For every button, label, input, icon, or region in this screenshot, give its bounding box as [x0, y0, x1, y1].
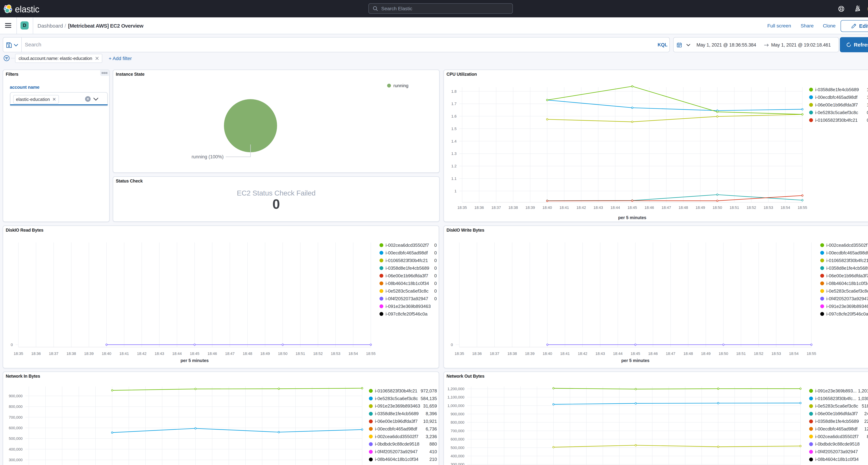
svg-text:18:35: 18:35	[455, 351, 464, 356]
svg-text:18:54: 18:54	[789, 351, 799, 356]
svg-text:running (100%): running (100%)	[191, 154, 224, 159]
svg-text:18:40: 18:40	[542, 206, 552, 210]
svg-text:400,000: 400,000	[9, 447, 23, 452]
svg-text:1.7: 1.7	[451, 101, 457, 106]
svg-text:18:43: 18:43	[155, 351, 164, 356]
svg-text:1,000,000: 1,000,000	[447, 404, 464, 408]
svg-text:1.5: 1.5	[451, 127, 457, 131]
svg-text:18:54: 18:54	[348, 351, 358, 356]
svg-text:running: running	[393, 83, 408, 88]
svg-text:18:47: 18:47	[666, 351, 675, 356]
svg-text:18:44: 18:44	[172, 351, 182, 356]
svg-text:18:49: 18:49	[701, 351, 711, 356]
svg-text:300,000: 300,000	[451, 462, 464, 465]
svg-text:0: 0	[451, 343, 453, 347]
svg-text:18:41: 18:41	[119, 351, 129, 356]
svg-text:18:55: 18:55	[366, 351, 375, 356]
svg-text:18:39: 18:39	[84, 351, 94, 356]
svg-text:800,000: 800,000	[9, 404, 23, 409]
svg-text:900,000: 900,000	[451, 412, 464, 416]
svg-text:18:39: 18:39	[525, 351, 534, 356]
svg-text:18:42: 18:42	[576, 206, 586, 210]
svg-text:18:37: 18:37	[491, 206, 501, 210]
svg-text:18:54: 18:54	[780, 206, 790, 210]
svg-text:1.4: 1.4	[451, 139, 457, 144]
svg-text:18:53: 18:53	[331, 351, 340, 356]
svg-text:1.1: 1.1	[451, 177, 457, 181]
svg-text:300,000: 300,000	[9, 458, 23, 462]
svg-text:1: 1	[455, 189, 457, 193]
svg-text:18:38: 18:38	[508, 206, 518, 210]
svg-text:18:46: 18:46	[644, 206, 654, 210]
svg-text:18:39: 18:39	[525, 206, 535, 210]
svg-text:400,000: 400,000	[451, 454, 464, 458]
svg-text:per 5 minutes: per 5 minutes	[181, 358, 209, 363]
svg-text:600,000: 600,000	[451, 437, 464, 441]
svg-text:500,000: 500,000	[9, 436, 23, 441]
svg-text:1.2: 1.2	[451, 164, 457, 168]
svg-text:18:36: 18:36	[474, 206, 484, 210]
svg-text:18:45: 18:45	[630, 351, 640, 356]
svg-text:18:42: 18:42	[137, 351, 147, 356]
svg-text:0: 0	[11, 343, 13, 347]
svg-text:1,200,000: 1,200,000	[447, 387, 464, 391]
svg-text:18:40: 18:40	[542, 351, 552, 356]
svg-text:18:48: 18:48	[678, 206, 688, 210]
svg-text:18:38: 18:38	[507, 351, 517, 356]
svg-text:18:44: 18:44	[613, 351, 623, 356]
svg-text:18:49: 18:49	[260, 351, 270, 356]
svg-text:18:52: 18:52	[313, 351, 323, 356]
svg-text:18:48: 18:48	[243, 351, 252, 356]
svg-text:18:41: 18:41	[559, 206, 569, 210]
svg-text:18:35: 18:35	[457, 206, 467, 210]
svg-text:18:38: 18:38	[66, 351, 76, 356]
svg-text:18:51: 18:51	[736, 351, 746, 356]
svg-text:18:37: 18:37	[49, 351, 58, 356]
svg-text:18:42: 18:42	[578, 351, 587, 356]
svg-text:18:37: 18:37	[490, 351, 499, 356]
svg-text:18:46: 18:46	[208, 351, 217, 356]
svg-text:18:40: 18:40	[102, 351, 111, 356]
svg-text:18:46: 18:46	[648, 351, 658, 356]
svg-text:800,000: 800,000	[451, 420, 464, 425]
svg-text:18:45: 18:45	[190, 351, 199, 356]
svg-text:700,000: 700,000	[451, 429, 464, 433]
svg-text:1.6: 1.6	[451, 114, 457, 118]
svg-text:900,000: 900,000	[9, 394, 23, 398]
svg-text:18:35: 18:35	[13, 351, 23, 356]
svg-text:18:44: 18:44	[610, 206, 620, 210]
svg-text:500,000: 500,000	[451, 445, 464, 450]
svg-text:18:55: 18:55	[798, 206, 807, 210]
svg-text:18:49: 18:49	[695, 206, 705, 210]
svg-text:18:50: 18:50	[278, 351, 287, 356]
svg-text:per 5 minutes: per 5 minutes	[618, 215, 647, 220]
svg-text:18:50: 18:50	[718, 351, 728, 356]
svg-text:18:43: 18:43	[593, 206, 603, 210]
svg-text:18:47: 18:47	[661, 206, 671, 210]
svg-text:18:51: 18:51	[730, 206, 739, 210]
svg-text:18:55: 18:55	[807, 351, 816, 356]
svg-text:1,100,000: 1,100,000	[447, 395, 464, 399]
svg-text:18:43: 18:43	[595, 351, 605, 356]
svg-text:18:48: 18:48	[683, 351, 693, 356]
svg-text:18:36: 18:36	[31, 351, 41, 356]
svg-text:18:50: 18:50	[712, 206, 722, 210]
svg-text:18:41: 18:41	[560, 351, 570, 356]
svg-text:18:53: 18:53	[764, 206, 773, 210]
svg-text:18:36: 18:36	[472, 351, 482, 356]
svg-text:1.3: 1.3	[451, 151, 457, 156]
svg-text:18:53: 18:53	[772, 351, 781, 356]
svg-text:700,000: 700,000	[9, 415, 23, 420]
svg-text:18:51: 18:51	[296, 351, 305, 356]
svg-text:18:47: 18:47	[225, 351, 235, 356]
svg-text:1.8: 1.8	[451, 89, 457, 94]
svg-text:18:52: 18:52	[754, 351, 763, 356]
svg-text:18:52: 18:52	[746, 206, 756, 210]
svg-text:600,000: 600,000	[9, 426, 23, 430]
svg-text:18:45: 18:45	[627, 206, 637, 210]
svg-text:per 5 minutes: per 5 minutes	[621, 358, 650, 363]
